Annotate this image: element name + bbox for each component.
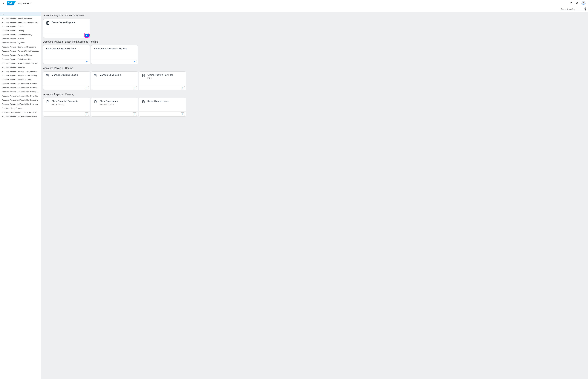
pin-button[interactable] [181,112,185,116]
tile-title: Manage Checkbooks [99,74,121,77]
pin-button[interactable] [133,60,137,63]
sidebar-item[interactable]: Analytics - SAP Analysis for Microsoft O… [0,110,41,114]
chevron-down-icon [30,2,32,4]
tile-footer [139,111,186,116]
tile-body: Batch Input Sessions in My Area [91,45,138,59]
tile-title: Batch Input: Logs in My Area [46,47,76,50]
svg-rect-16 [583,4,584,5]
tile-subtitle: Manual Clearing [52,103,78,105]
app-tile[interactable]: Reset Cleared Items [139,98,186,117]
shell-header: SAP App Finder [0,0,588,7]
tile-subtitle: FCHX [147,77,173,79]
search-icon [584,8,586,10]
shell-title-dropdown[interactable]: App Finder [18,2,32,4]
sidebar-item[interactable]: Accounts Payable - Supplier Down Payment… [0,69,41,74]
sidebar-item[interactable]: Accounts Payable - Checks [0,25,41,29]
avatar-icon [582,1,585,5]
search-row [0,7,588,12]
sidebar-item[interactable]: Accounts Payable and Receivable - Down P… [0,94,41,98]
sap-logo[interactable]: SAP [7,1,16,5]
tile-title: Reset Cleared Items [147,100,169,103]
app-tile[interactable]: Clear Outgoing PaymentsManual Clearing [43,98,90,117]
tile-title: Create Single Payment [52,21,75,24]
tile-body: Create Positive Pay FilesFCHX [139,72,186,85]
tile-footer [43,33,90,38]
tile-title: Clear Outgoing Payments [52,100,78,103]
section-title: Accounts Payable - Batch Input Sessions … [43,40,586,43]
main-area: AllAccounts Payable - Ad Hoc PaymentsAcc… [0,12,588,379]
notifications-button[interactable] [575,1,579,5]
user-avatar[interactable] [581,1,586,5]
sidebar-item[interactable]: Accounts Payable - Release Supplier Invo… [0,61,41,65]
sidebar-item[interactable]: Accounts Payable - Reversal [0,65,41,69]
tile-body: Clear Open ItemsAutomatic Clearing [91,98,138,111]
tile-body: Create Single Payment [43,19,90,33]
sidebar-item[interactable]: Accounts Payable - Supplier Invoices [0,78,41,82]
app-tile[interactable]: Manage Outgoing Checks [43,71,90,90]
sidebar-item[interactable]: Accounts Payable and Receivable - Intere… [0,98,41,102]
back-button[interactable] [1,1,6,6]
plus-icon [182,87,184,89]
tile-footer [43,59,90,64]
svg-rect-15 [583,2,584,3]
sidebar-item[interactable]: Analytics - Query Browser [0,106,41,110]
tile-row: Create Single Payment [43,19,586,38]
sidebar-item[interactable]: All [0,12,41,16]
sidebar-item[interactable]: Accounts Payable - Batch Input Sessions … [0,20,41,25]
tile-subtitle: Automatic Clearing [99,103,118,105]
tile-body: Manage Checkbooks [91,72,138,85]
sidebar-item[interactable]: Accounts Payable and Receivable - Displa… [0,90,41,94]
app-tile[interactable]: Batch Input: Logs in My Area [43,45,90,64]
doc-x-icon [46,100,50,104]
tile-footer [43,111,90,116]
tile-title: Manage Outgoing Checks [52,74,78,77]
doc-x-icon [94,100,98,104]
dollar-doc-icon [46,21,50,25]
app-tile[interactable]: Manage Checkbooks [91,71,138,90]
svg-text:SAP: SAP [8,2,12,4]
section-title: Accounts Payable - Checks [43,67,586,70]
tile-footer [91,85,138,90]
sidebar-item[interactable]: Accounts Payable - Supplier Invoice Park… [0,74,41,78]
sidebar-item[interactable]: Accounts Payable - Invoices [0,37,41,41]
sidebar-item[interactable]: Accounts Payable - My Inbox [0,41,41,45]
tile-title: Create Positive Pay Files [147,74,173,77]
copilot-icon [570,2,572,5]
sidebar-item[interactable]: Accounts Payable - Payments Display [0,53,41,57]
catalog-search[interactable] [560,7,586,11]
app-tile[interactable]: Create Positive Pay FilesFCHX [139,71,186,90]
plus-icon [86,113,88,115]
pin-button[interactable] [85,60,89,63]
plus-icon [134,61,136,63]
section-title: Accounts Payable - Clearing [43,93,586,96]
copilot-button[interactable] [569,1,573,5]
tile-footer [139,85,186,90]
tile-title: Batch Input Sessions in My Area [94,47,127,50]
pin-button[interactable] [85,86,89,89]
unpin-button[interactable] [85,34,89,37]
plus-icon [86,61,88,63]
pin-button[interactable] [133,86,137,89]
sidebar-item[interactable]: Accounts Payable and Receivable - Corres… [0,86,41,90]
app-tile[interactable]: Batch Input Sessions in My Area [91,45,138,64]
tile-title: Clear Open Items [99,100,118,103]
sidebar-item[interactable]: Accounts Payable and Receivable - Paymen… [0,102,41,106]
app-tile[interactable]: Create Single Payment [43,19,90,38]
tile-body: Batch Input: Logs in My Area [43,45,90,59]
sidebar-item[interactable]: Accounts Payable - Clearing [0,29,41,33]
pin-button[interactable] [133,112,137,116]
sidebar-item[interactable]: Accounts Payable - Ad Hoc Payments [0,16,41,20]
sidebar-item[interactable]: Accounts Payable - Document Display [0,33,41,37]
money-people-icon [94,74,98,78]
shell-title-text: App Finder [18,2,29,4]
sidebar-item[interactable]: Accounts Payable and Receivable - Corres… [0,114,41,118]
catalog-search-input[interactable] [561,8,584,10]
pin-button[interactable] [181,86,185,89]
tile-body: Reset Cleared Items [139,98,186,111]
sidebar-item[interactable]: Accounts Payable and Receivable - Corres… [0,82,41,86]
sidebar-item[interactable]: Accounts Payable - Periodic Activities [0,57,41,61]
sidebar-item[interactable]: Accounts Payable - Operational Processin… [0,45,41,49]
sidebar-item[interactable]: Accounts Payable - Payment Media Process… [0,49,41,53]
app-tile[interactable]: Clear Open ItemsAutomatic Clearing [91,98,138,117]
pin-button[interactable] [85,112,89,116]
